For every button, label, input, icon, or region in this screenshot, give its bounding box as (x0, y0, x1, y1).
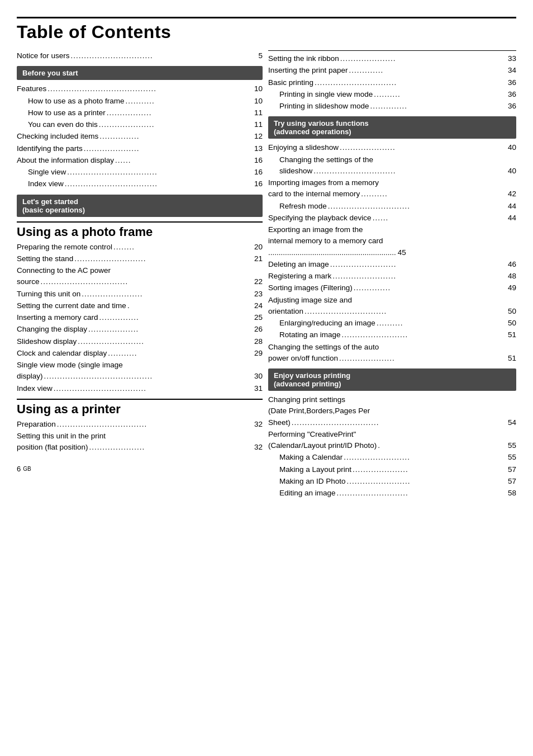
toc-auto-power-row1: Changing the settings of the auto (268, 342, 516, 353)
toc-preparation-dots: .................................. (56, 419, 253, 430)
toc-even-do-label: You can even do this (28, 119, 98, 130)
toc-calendar-label: Making a Calendar (279, 452, 342, 463)
toc-stand: Setting the stand ......................… (17, 253, 263, 264)
toc-changing-display-dots: ................... (87, 324, 253, 335)
toc-print-paper: Inserting the print paper ............. … (268, 65, 516, 76)
toc-clock-calendar-page: 29 (253, 348, 263, 359)
footer-page-num: 6 (17, 465, 21, 473)
toc-remote-label: Preparing the remote control (17, 242, 112, 253)
toc-sorting-images-page: 49 (506, 282, 516, 294)
toc-index-view-bys-dots: ................................... (64, 178, 253, 190)
toc-change-print-settings-dots: ................................. (291, 417, 506, 428)
toc-rotating-page: 51 (506, 329, 516, 341)
toc-single-view-mode: Single view mode (single image display) … (17, 360, 263, 382)
toc-printer-use-dots: ................. (106, 107, 253, 119)
toc-slideshow-print-dots: .............. (369, 101, 506, 112)
toc-layout-print-label: Making a Layout print (279, 464, 351, 475)
toc-playback-device: Specifying the playback device ...... 44 (268, 212, 516, 224)
toc-calendar-dots: ......................... (342, 452, 506, 463)
toc-preparation: Preparation ............................… (17, 419, 263, 430)
toc-ink-ribbon-label: Setting the ink ribbon (268, 53, 339, 64)
toc-rotating: Rotating an image ......................… (268, 329, 516, 341)
toc-ink-ribbon-page: 33 (506, 53, 516, 64)
toc-ac-power-row2: source .................................… (17, 276, 263, 287)
toc-change-print-settings-row2: (Date Print,Borders,Pages Per (268, 405, 516, 417)
toc-photo-frame-use: How to use as a photo frame ........... … (17, 96, 263, 107)
toc-adjusting-image-row2: orientation ............................… (268, 306, 516, 317)
toc-single-view-mode-row2: display) ...............................… (17, 371, 263, 382)
toc-change-print-settings: Changing print settings (Date Print,Bord… (268, 394, 516, 428)
toc-info-display: About the information display ...... 16 (17, 155, 263, 166)
toc-creative-print-row1: Performing "CreativePrint" (268, 429, 516, 440)
toc-ac-power-label2: source (17, 276, 40, 287)
toc-basic-printing-dots: ............................... (313, 77, 506, 88)
toc-index-view-bys-label: Index view (28, 178, 64, 190)
toc-clock-calendar: Clock and calendar display ........... 2… (17, 348, 263, 359)
toc-index-view-page: 31 (253, 383, 263, 394)
toc-creative-print: Performing "CreativePrint" (Calendar/Lay… (268, 429, 516, 452)
toc-import-images-label1: Importing images from a memory (268, 177, 379, 188)
toc-features-page: 10 (253, 83, 263, 94)
toc-change-print-settings-row1: Changing print settings (268, 394, 516, 405)
toc-adjusting-image-label2: orientation (268, 306, 303, 317)
toc-ink-ribbon-dots: ..................... (339, 53, 506, 64)
toc-creative-print-label2: (Calendar/Layout print/ID Photo) (268, 440, 377, 451)
page-title: Table of Contents (17, 22, 516, 42)
toc-checking-page: 12 (253, 131, 263, 142)
toc-playback-device-dots: ...... (372, 212, 506, 224)
toc-change-slideshow-label1: Changing the settings of the (279, 154, 373, 166)
toc-change-slideshow-dots: ............................... (312, 166, 506, 177)
footer-suffix: GB (23, 466, 31, 472)
toc-basic-printing-label: Basic printing (268, 77, 313, 88)
toc-index-view-dots: ................................... (53, 383, 253, 394)
toc-auto-power-label2: power on/off function (268, 353, 338, 364)
toc-slideshow-display-dots: ......................... (77, 336, 253, 347)
toc-auto-power: Changing the settings of the auto power … (268, 342, 516, 365)
toc-ac-power-dots: ................................. (40, 276, 253, 287)
toc-creative-print-dots: . (377, 440, 506, 451)
toc-registering-mark-dots: ........................ (331, 271, 506, 282)
two-column-layout: Notice for users .......................… (17, 50, 516, 739)
toc-remote-page: 20 (253, 242, 263, 253)
toc-deleting-image-page: 46 (506, 259, 516, 270)
toc-basic-printing-page: 36 (506, 77, 516, 88)
toc-import-images-page: 42 (506, 188, 516, 200)
toc-index-view-bys-page: 16 (253, 178, 263, 190)
toc-printer-use-page: 11 (253, 107, 263, 119)
toc-export-image-label1: Exporting an image from the (268, 224, 363, 235)
toc-import-images: Importing images from a memory card to t… (268, 177, 516, 200)
toc-slideshow-print-page: 36 (506, 101, 516, 112)
toc-change-slideshow-page: 40 (506, 166, 516, 177)
toc-sorting-images: Sorting images (Filtering) .............… (268, 282, 516, 294)
toc-creative-print-row2: (Calendar/Layout print/ID Photo) . 55 (268, 440, 516, 451)
toc-rotating-label: Rotating an image (279, 329, 341, 341)
toc-enjoying-slideshow-label: Enjoying a slideshow (268, 142, 339, 153)
toc-change-print-settings-label1: Changing print settings (268, 394, 345, 405)
toc-date-time-dots: . (126, 300, 253, 311)
toc-notice-label: Notice for users (17, 50, 70, 62)
toc-sorting-images-label: Sorting images (Filtering) (268, 282, 353, 294)
toc-turning-on-page: 23 (253, 289, 263, 300)
toc-change-print-settings-page: 54 (506, 417, 516, 428)
section-header-try: Try using various functions (advanced op… (268, 116, 516, 139)
toc-memory-card: Inserting a memory card ............... … (17, 312, 263, 323)
page: Table of Contents Notice for users .....… (0, 0, 533, 756)
section-title-printer: Using as a printer (17, 399, 263, 417)
toc-identifying: Identifying the parts ..................… (17, 143, 263, 154)
toc-registering-mark: Registering a mark .....................… (268, 271, 516, 282)
toc-ac-power: Connecting to the AC power source ......… (17, 265, 263, 288)
toc-stand-dots: ........................... (73, 253, 253, 264)
toc-change-slideshow-row2: slideshow ..............................… (279, 166, 516, 177)
toc-preparation-label: Preparation (17, 419, 56, 430)
toc-creative-print-page: 55 (506, 440, 516, 451)
toc-single-view-print-label: Printing in single view mode (279, 89, 373, 100)
toc-playback-device-page: 44 (506, 212, 516, 224)
toc-adjusting-image-page: 50 (506, 306, 516, 317)
toc-refresh-mode-label: Refresh mode (279, 201, 327, 212)
toc-single-view-print: Printing in single view mode .......... … (268, 89, 516, 100)
toc-checking-label: Checking included items (17, 131, 98, 142)
toc-turning-on: Turning this unit on ...................… (17, 289, 263, 300)
toc-single-view: Single view ............................… (17, 167, 263, 178)
toc-registering-mark-page: 48 (506, 271, 516, 282)
toc-date-time-page: 24 (253, 300, 263, 311)
